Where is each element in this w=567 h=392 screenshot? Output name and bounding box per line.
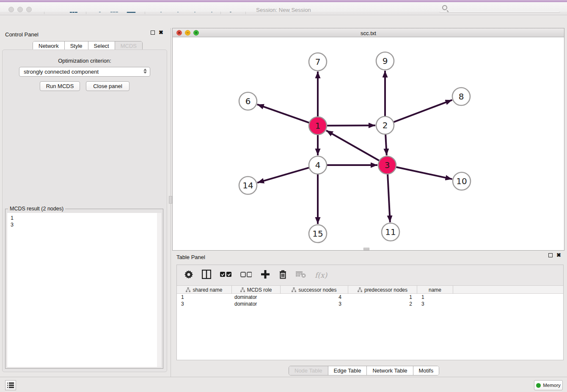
close-table-panel-icon[interactable]: ✖ bbox=[556, 253, 561, 257]
node-label: 10 bbox=[456, 176, 467, 186]
mcds-result-textarea[interactable]: 1 3 bbox=[7, 213, 161, 367]
delete-row-icon[interactable] bbox=[279, 270, 287, 281]
node-label: 6 bbox=[245, 96, 251, 106]
tab-node-table[interactable]: Node Table bbox=[289, 366, 328, 375]
optimization-criterion-dropdown[interactable]: strongly connected component bbox=[19, 67, 150, 77]
node-table[interactable]: shared nameMCDS rolesuccessor nodesprede… bbox=[177, 286, 563, 307]
dropdown-stepper-icon bbox=[143, 69, 147, 74]
control-panel-title: Control Panel bbox=[5, 31, 39, 38]
toggle-column-icon[interactable] bbox=[202, 270, 211, 281]
table-cell[interactable]: 1 bbox=[417, 294, 453, 301]
node-3[interactable]: 3 bbox=[378, 156, 396, 174]
network-view-window: ✕ – + scc.txt 7968124314101511 bbox=[172, 28, 564, 251]
column-header-shared-name[interactable]: shared name bbox=[177, 286, 232, 294]
edge-2-3[interactable] bbox=[385, 134, 387, 155]
table-cell[interactable]: 3 bbox=[281, 301, 348, 307]
delete-table-icon[interactable] bbox=[296, 271, 306, 280]
network-resize-handle[interactable] bbox=[363, 248, 369, 250]
table-row[interactable]: 1dominator411 bbox=[177, 294, 563, 301]
tab-network[interactable]: Network bbox=[33, 41, 65, 50]
graph-edges[interactable] bbox=[257, 71, 452, 224]
node-15[interactable]: 15 bbox=[309, 225, 327, 243]
node-label: 14 bbox=[242, 180, 253, 190]
close-panel-icon[interactable]: ✖ bbox=[159, 30, 163, 35]
column-header-MCDS-role[interactable]: MCDS role bbox=[232, 286, 281, 294]
node-label: 2 bbox=[383, 120, 388, 130]
node-label: 3 bbox=[385, 160, 390, 170]
node-label: 15 bbox=[312, 229, 323, 239]
mcds-result-values: 1 3 bbox=[7, 213, 161, 228]
edge-4-14[interactable] bbox=[257, 168, 309, 183]
column-header-successor-nodes[interactable]: successor nodes bbox=[281, 286, 348, 294]
edge-1-6[interactable] bbox=[257, 105, 309, 123]
node-4[interactable]: 4 bbox=[309, 156, 327, 174]
edge-3-11[interactable] bbox=[388, 174, 390, 222]
close-panel-button[interactable]: Close panel bbox=[86, 81, 129, 91]
tab-motifs[interactable]: Motifs bbox=[413, 366, 439, 375]
table-cell[interactable]: 3 bbox=[177, 301, 232, 307]
tab-select[interactable]: Select bbox=[88, 41, 115, 50]
node-14[interactable]: 14 bbox=[239, 177, 257, 194]
status-bar: Memory bbox=[0, 377, 567, 392]
network-canvas[interactable]: 7968124314101511 bbox=[173, 37, 564, 250]
node-1[interactable]: 1 bbox=[309, 117, 327, 135]
node-label: 1 bbox=[315, 121, 321, 131]
table-cell[interactable]: dominator bbox=[232, 294, 281, 301]
application-window: Session: New Session bbox=[0, 0, 567, 392]
panel-divider-handle[interactable] bbox=[169, 196, 172, 204]
tab-network-table[interactable]: Network Table bbox=[367, 366, 413, 375]
table-panel-window-buttons[interactable]: ✖ bbox=[548, 253, 561, 257]
node-label: 11 bbox=[385, 227, 396, 237]
table-settings-icon[interactable] bbox=[184, 270, 193, 280]
search-icon bbox=[442, 5, 447, 10]
network-window-titlebar[interactable]: ✕ – + scc.txt bbox=[173, 28, 564, 37]
titlebar[interactable]: Session: New Session bbox=[0, 2, 567, 12]
tab-edge-table[interactable]: Edge Table bbox=[328, 366, 367, 375]
table-cell[interactable]: 1 bbox=[177, 294, 232, 301]
node-2[interactable]: 2 bbox=[376, 116, 394, 134]
node-11[interactable]: 11 bbox=[382, 223, 399, 241]
node-7[interactable]: 7 bbox=[309, 53, 327, 71]
tab-style[interactable]: Style bbox=[65, 41, 88, 50]
node-10[interactable]: 10 bbox=[453, 172, 471, 190]
optimization-criterion-label: Optimization criterion: bbox=[0, 58, 169, 64]
float-panel-icon[interactable] bbox=[151, 30, 155, 35]
node-label: 8 bbox=[459, 91, 464, 102]
table-cell[interactable]: dominator bbox=[232, 301, 281, 307]
table-cell[interactable]: 3 bbox=[417, 301, 453, 307]
node-9[interactable]: 9 bbox=[376, 52, 394, 70]
node-6[interactable]: 6 bbox=[239, 92, 257, 110]
node-table-container: f(x) shared nameMCDS rolesuccessor nodes… bbox=[176, 265, 564, 360]
select-all-icon[interactable] bbox=[220, 271, 231, 279]
table-panel-tabs[interactable]: Node TableEdge TableNetwork TableMotifs bbox=[289, 366, 439, 375]
edge-2-8[interactable] bbox=[394, 100, 452, 122]
column-header-name[interactable]: name bbox=[417, 286, 453, 294]
node-8[interactable]: 8 bbox=[452, 88, 470, 105]
table-toolbar: f(x) bbox=[177, 265, 563, 286]
table-cell[interactable]: 4 bbox=[281, 294, 348, 301]
table-body[interactable]: 1dominator4113dominator323 bbox=[177, 294, 563, 307]
mcds-result-title: MCDS result (2 nodes) bbox=[8, 206, 65, 212]
memory-label: Memory bbox=[543, 383, 561, 388]
table-panel: Table Panel ✖ bbox=[172, 251, 567, 377]
run-mcds-button[interactable]: Run MCDS bbox=[40, 81, 80, 91]
edge-1-2[interactable] bbox=[327, 125, 375, 126]
tab-mcds[interactable]: MCDS bbox=[115, 41, 142, 50]
task-history-button[interactable] bbox=[5, 380, 16, 390]
table-header-row[interactable]: shared nameMCDS rolesuccessor nodesprede… bbox=[177, 286, 563, 294]
edge-3-10[interactable] bbox=[396, 167, 452, 179]
memory-button[interactable]: Memory bbox=[534, 380, 563, 390]
table-cell[interactable]: 2 bbox=[348, 301, 417, 307]
control-panel-window-buttons[interactable]: ✖ bbox=[151, 30, 163, 35]
table-cell[interactable]: 1 bbox=[348, 294, 417, 301]
node-label: 4 bbox=[315, 160, 321, 170]
add-row-icon[interactable] bbox=[261, 270, 270, 281]
function-builder-icon[interactable]: f(x) bbox=[315, 271, 327, 279]
edge-3-1[interactable] bbox=[326, 130, 380, 160]
window-title: Session: New Session bbox=[0, 7, 567, 13]
float-table-panel-icon[interactable] bbox=[548, 253, 553, 257]
result-scrollbar[interactable] bbox=[157, 213, 161, 367]
deselect-all-icon[interactable] bbox=[240, 271, 252, 279]
column-header-predecessor-nodes[interactable]: predecessor nodes bbox=[348, 286, 417, 294]
table-row[interactable]: 3dominator323 bbox=[177, 301, 563, 307]
